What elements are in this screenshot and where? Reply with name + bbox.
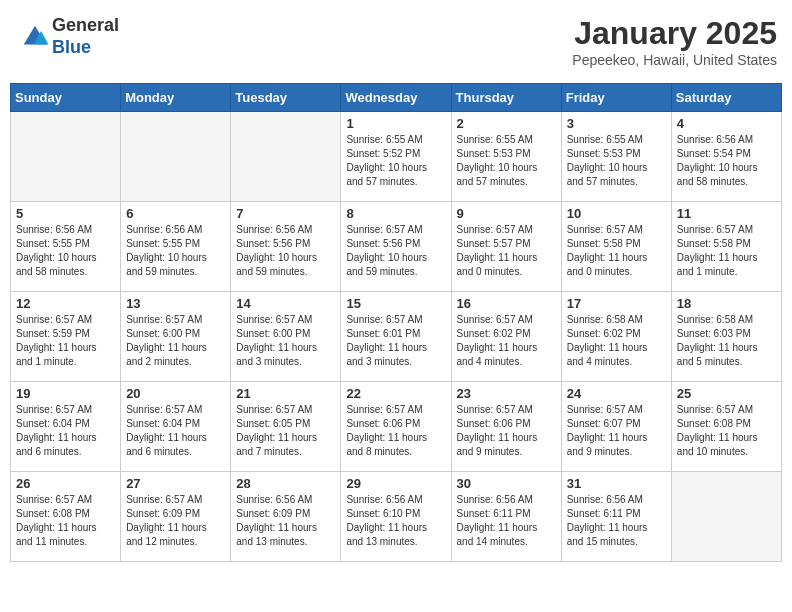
calendar-cell: 27Sunrise: 6:57 AM Sunset: 6:09 PM Dayli… xyxy=(121,472,231,562)
calendar-cell: 20Sunrise: 6:57 AM Sunset: 6:04 PM Dayli… xyxy=(121,382,231,472)
day-info: Sunrise: 6:57 AM Sunset: 6:09 PM Dayligh… xyxy=(126,493,225,549)
day-info: Sunrise: 6:57 AM Sunset: 6:05 PM Dayligh… xyxy=(236,403,335,459)
calendar-cell: 31Sunrise: 6:56 AM Sunset: 6:11 PM Dayli… xyxy=(561,472,671,562)
day-info: Sunrise: 6:55 AM Sunset: 5:53 PM Dayligh… xyxy=(567,133,666,189)
day-number: 19 xyxy=(16,386,115,401)
calendar-cell: 14Sunrise: 6:57 AM Sunset: 6:00 PM Dayli… xyxy=(231,292,341,382)
calendar-cell: 28Sunrise: 6:56 AM Sunset: 6:09 PM Dayli… xyxy=(231,472,341,562)
day-number: 30 xyxy=(457,476,556,491)
title-block: January 2025 Pepeekeo, Hawaii, United St… xyxy=(572,15,777,68)
calendar-cell xyxy=(11,112,121,202)
day-number: 1 xyxy=(346,116,445,131)
location-text: Pepeekeo, Hawaii, United States xyxy=(572,52,777,68)
calendar-week-4: 19Sunrise: 6:57 AM Sunset: 6:04 PM Dayli… xyxy=(11,382,782,472)
weekday-header-friday: Friday xyxy=(561,84,671,112)
calendar-cell: 2Sunrise: 6:55 AM Sunset: 5:53 PM Daylig… xyxy=(451,112,561,202)
day-info: Sunrise: 6:57 AM Sunset: 5:59 PM Dayligh… xyxy=(16,313,115,369)
logo-blue-text: Blue xyxy=(52,37,119,59)
day-info: Sunrise: 6:57 AM Sunset: 6:07 PM Dayligh… xyxy=(567,403,666,459)
calendar-cell: 8Sunrise: 6:57 AM Sunset: 5:56 PM Daylig… xyxy=(341,202,451,292)
calendar-cell: 30Sunrise: 6:56 AM Sunset: 6:11 PM Dayli… xyxy=(451,472,561,562)
calendar-cell: 7Sunrise: 6:56 AM Sunset: 5:56 PM Daylig… xyxy=(231,202,341,292)
day-number: 8 xyxy=(346,206,445,221)
calendar-table: SundayMondayTuesdayWednesdayThursdayFrid… xyxy=(10,83,782,562)
calendar-cell: 4Sunrise: 6:56 AM Sunset: 5:54 PM Daylig… xyxy=(671,112,781,202)
calendar-cell: 9Sunrise: 6:57 AM Sunset: 5:57 PM Daylig… xyxy=(451,202,561,292)
day-info: Sunrise: 6:57 AM Sunset: 6:08 PM Dayligh… xyxy=(16,493,115,549)
day-number: 23 xyxy=(457,386,556,401)
day-info: Sunrise: 6:57 AM Sunset: 6:06 PM Dayligh… xyxy=(346,403,445,459)
day-number: 6 xyxy=(126,206,225,221)
calendar-week-1: 1Sunrise: 6:55 AM Sunset: 5:52 PM Daylig… xyxy=(11,112,782,202)
calendar-cell: 24Sunrise: 6:57 AM Sunset: 6:07 PM Dayli… xyxy=(561,382,671,472)
day-info: Sunrise: 6:57 AM Sunset: 5:56 PM Dayligh… xyxy=(346,223,445,279)
day-number: 14 xyxy=(236,296,335,311)
weekday-header-monday: Monday xyxy=(121,84,231,112)
calendar-cell: 16Sunrise: 6:57 AM Sunset: 6:02 PM Dayli… xyxy=(451,292,561,382)
weekday-header-thursday: Thursday xyxy=(451,84,561,112)
calendar-cell: 22Sunrise: 6:57 AM Sunset: 6:06 PM Dayli… xyxy=(341,382,451,472)
day-info: Sunrise: 6:56 AM Sunset: 6:11 PM Dayligh… xyxy=(457,493,556,549)
day-number: 2 xyxy=(457,116,556,131)
calendar-cell: 5Sunrise: 6:56 AM Sunset: 5:55 PM Daylig… xyxy=(11,202,121,292)
day-info: Sunrise: 6:57 AM Sunset: 5:58 PM Dayligh… xyxy=(567,223,666,279)
day-number: 9 xyxy=(457,206,556,221)
day-number: 28 xyxy=(236,476,335,491)
day-number: 22 xyxy=(346,386,445,401)
day-info: Sunrise: 6:56 AM Sunset: 5:56 PM Dayligh… xyxy=(236,223,335,279)
month-title: January 2025 xyxy=(572,15,777,52)
page-header: General Blue January 2025 Pepeekeo, Hawa… xyxy=(10,10,782,73)
calendar-cell: 3Sunrise: 6:55 AM Sunset: 5:53 PM Daylig… xyxy=(561,112,671,202)
day-number: 29 xyxy=(346,476,445,491)
day-info: Sunrise: 6:57 AM Sunset: 6:04 PM Dayligh… xyxy=(126,403,225,459)
day-number: 13 xyxy=(126,296,225,311)
day-info: Sunrise: 6:56 AM Sunset: 5:54 PM Dayligh… xyxy=(677,133,776,189)
day-number: 21 xyxy=(236,386,335,401)
day-info: Sunrise: 6:56 AM Sunset: 5:55 PM Dayligh… xyxy=(126,223,225,279)
day-number: 26 xyxy=(16,476,115,491)
calendar-cell: 13Sunrise: 6:57 AM Sunset: 6:00 PM Dayli… xyxy=(121,292,231,382)
day-number: 3 xyxy=(567,116,666,131)
calendar-cell: 6Sunrise: 6:56 AM Sunset: 5:55 PM Daylig… xyxy=(121,202,231,292)
calendar-week-5: 26Sunrise: 6:57 AM Sunset: 6:08 PM Dayli… xyxy=(11,472,782,562)
day-info: Sunrise: 6:57 AM Sunset: 6:06 PM Dayligh… xyxy=(457,403,556,459)
calendar-cell: 12Sunrise: 6:57 AM Sunset: 5:59 PM Dayli… xyxy=(11,292,121,382)
calendar-cell xyxy=(121,112,231,202)
weekday-header-wednesday: Wednesday xyxy=(341,84,451,112)
day-number: 11 xyxy=(677,206,776,221)
day-info: Sunrise: 6:57 AM Sunset: 6:04 PM Dayligh… xyxy=(16,403,115,459)
calendar-cell: 17Sunrise: 6:58 AM Sunset: 6:02 PM Dayli… xyxy=(561,292,671,382)
calendar-cell: 1Sunrise: 6:55 AM Sunset: 5:52 PM Daylig… xyxy=(341,112,451,202)
day-number: 20 xyxy=(126,386,225,401)
day-number: 4 xyxy=(677,116,776,131)
day-info: Sunrise: 6:56 AM Sunset: 6:09 PM Dayligh… xyxy=(236,493,335,549)
logo: General Blue xyxy=(20,15,119,58)
day-info: Sunrise: 6:56 AM Sunset: 6:10 PM Dayligh… xyxy=(346,493,445,549)
calendar-cell: 11Sunrise: 6:57 AM Sunset: 5:58 PM Dayli… xyxy=(671,202,781,292)
day-info: Sunrise: 6:56 AM Sunset: 6:11 PM Dayligh… xyxy=(567,493,666,549)
calendar-cell: 26Sunrise: 6:57 AM Sunset: 6:08 PM Dayli… xyxy=(11,472,121,562)
calendar-cell: 29Sunrise: 6:56 AM Sunset: 6:10 PM Dayli… xyxy=(341,472,451,562)
weekday-header-saturday: Saturday xyxy=(671,84,781,112)
calendar-cell: 25Sunrise: 6:57 AM Sunset: 6:08 PM Dayli… xyxy=(671,382,781,472)
day-info: Sunrise: 6:55 AM Sunset: 5:52 PM Dayligh… xyxy=(346,133,445,189)
day-number: 17 xyxy=(567,296,666,311)
calendar-cell xyxy=(671,472,781,562)
day-number: 27 xyxy=(126,476,225,491)
calendar-cell: 21Sunrise: 6:57 AM Sunset: 6:05 PM Dayli… xyxy=(231,382,341,472)
day-info: Sunrise: 6:57 AM Sunset: 6:02 PM Dayligh… xyxy=(457,313,556,369)
weekday-header-tuesday: Tuesday xyxy=(231,84,341,112)
calendar-cell xyxy=(231,112,341,202)
day-info: Sunrise: 6:57 AM Sunset: 6:00 PM Dayligh… xyxy=(126,313,225,369)
day-number: 31 xyxy=(567,476,666,491)
day-number: 5 xyxy=(16,206,115,221)
day-number: 15 xyxy=(346,296,445,311)
day-number: 7 xyxy=(236,206,335,221)
calendar-cell: 23Sunrise: 6:57 AM Sunset: 6:06 PM Dayli… xyxy=(451,382,561,472)
calendar-cell: 15Sunrise: 6:57 AM Sunset: 6:01 PM Dayli… xyxy=(341,292,451,382)
day-number: 25 xyxy=(677,386,776,401)
day-info: Sunrise: 6:57 AM Sunset: 6:08 PM Dayligh… xyxy=(677,403,776,459)
day-number: 16 xyxy=(457,296,556,311)
weekday-header-sunday: Sunday xyxy=(11,84,121,112)
day-number: 18 xyxy=(677,296,776,311)
